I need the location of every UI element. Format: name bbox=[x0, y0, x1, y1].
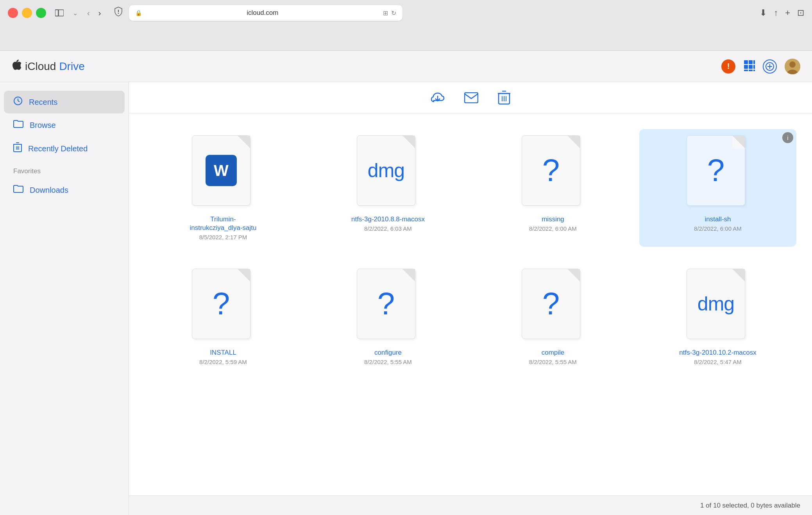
file-item[interactable]: W Trilumin-instrukcziya_dlya-sajtu 8/5/2… bbox=[145, 129, 302, 247]
file-type-label: ? bbox=[542, 288, 560, 319]
file-icon: ? bbox=[522, 135, 584, 210]
close-button[interactable] bbox=[8, 8, 18, 18]
drive-text: Drive bbox=[59, 60, 84, 73]
chevron-down-icon: ⌄ bbox=[73, 9, 78, 17]
files-grid: W Trilumin-instrukcziya_dlya-sajtu 8/5/2… bbox=[129, 113, 812, 495]
file-name: install-sh bbox=[705, 215, 731, 224]
browser-download-button[interactable]: ⬇ bbox=[760, 8, 767, 18]
status-bar: 1 of 10 selected, 0 bytes available bbox=[129, 495, 812, 515]
downloads-label: Downloads bbox=[30, 186, 68, 195]
svg-rect-1 bbox=[55, 10, 64, 16]
clock-icon bbox=[13, 96, 23, 108]
back-button[interactable]: ‹ bbox=[84, 7, 93, 19]
lock-icon: 🔒 bbox=[135, 10, 142, 16]
file-date: 8/2/2022, 6:00 AM bbox=[529, 225, 577, 232]
file-name: ntfs-3g-2010.10.2-macosx bbox=[679, 348, 757, 357]
email-action-button[interactable] bbox=[464, 92, 478, 103]
file-name: compile bbox=[542, 348, 565, 357]
file-page: ? bbox=[522, 269, 580, 339]
svg-rect-5 bbox=[744, 60, 748, 64]
file-item[interactable]: ? configure 8/2/2022, 5:55 AM bbox=[309, 262, 467, 371]
file-item[interactable]: ? compile 8/2/2022, 5:55 AM bbox=[474, 262, 631, 371]
apple-icon bbox=[12, 59, 22, 74]
minimize-button[interactable] bbox=[22, 8, 32, 18]
header-right: ! bbox=[721, 59, 800, 74]
favorites-section-label: Favorites bbox=[0, 161, 129, 178]
file-date: 8/2/2022, 6:03 AM bbox=[364, 225, 412, 232]
delete-action-button[interactable] bbox=[498, 91, 510, 105]
traffic-lights bbox=[8, 8, 46, 18]
file-name: configure bbox=[374, 348, 402, 357]
info-badge[interactable]: i bbox=[782, 132, 793, 143]
icloud-text: iCloud bbox=[25, 60, 56, 73]
refresh-icon[interactable]: ↻ bbox=[391, 9, 396, 17]
file-date: 8/2/2022, 5:55 AM bbox=[364, 359, 412, 365]
file-icon: W bbox=[192, 135, 254, 210]
word-icon: W bbox=[206, 155, 237, 186]
sidebar-item-browse[interactable]: Browse bbox=[4, 114, 125, 136]
svg-rect-11 bbox=[744, 70, 748, 71]
sidebar-item-downloads[interactable]: Downloads bbox=[4, 179, 125, 201]
address-bar[interactable]: 🔒 icloud.com ⊞ ↻ bbox=[129, 5, 402, 21]
svg-rect-9 bbox=[749, 65, 753, 69]
svg-rect-12 bbox=[749, 70, 753, 71]
file-page: dmg bbox=[357, 135, 415, 206]
svg-rect-10 bbox=[753, 65, 755, 69]
file-page: W bbox=[192, 135, 250, 206]
file-page: dmg bbox=[687, 269, 745, 339]
forward-button[interactable]: › bbox=[95, 7, 104, 19]
recents-label: Recents bbox=[29, 98, 57, 107]
svg-line-22 bbox=[18, 101, 20, 102]
browser-share-button[interactable]: ↑ bbox=[774, 8, 778, 18]
title-bar: ⌄ ‹ › 🔒 icloud.com ⊞ ↻ ⬇ ↑ + ⊡ bbox=[0, 0, 812, 26]
fullscreen-button[interactable] bbox=[36, 8, 46, 18]
download-action-button[interactable] bbox=[431, 91, 445, 105]
file-name: missing bbox=[542, 215, 564, 224]
file-page: ? bbox=[687, 135, 745, 206]
app-container: Recents Browse Recently Del bbox=[0, 51, 812, 515]
downloads-folder-icon bbox=[13, 185, 23, 196]
sidebar-toggle-button[interactable] bbox=[52, 8, 66, 18]
file-date: 8/2/2022, 5:59 AM bbox=[199, 359, 247, 365]
file-type-label: dmg bbox=[368, 161, 404, 180]
file-name: Trilumin-instrukcziya_dlya-sajtu bbox=[184, 215, 262, 232]
icloud-logo: iCloud Drive bbox=[12, 59, 85, 74]
svg-rect-6 bbox=[749, 60, 753, 64]
add-button[interactable] bbox=[763, 59, 777, 74]
sidebar-item-recents[interactable]: Recents bbox=[4, 91, 125, 113]
browser-toolbar-right: ⬇ ↑ + ⊡ bbox=[760, 8, 804, 18]
translate-icon[interactable]: ⊞ bbox=[383, 9, 388, 17]
file-page: ? bbox=[192, 269, 250, 339]
file-type-label: ? bbox=[377, 288, 395, 319]
file-item[interactable]: ? missing 8/2/2022, 6:00 AM bbox=[474, 129, 631, 247]
main-content: W Trilumin-instrukcziya_dlya-sajtu 8/5/2… bbox=[129, 82, 812, 515]
browser-tabs-button[interactable]: ⊡ bbox=[797, 8, 804, 18]
svg-rect-7 bbox=[753, 60, 755, 64]
sidebar-item-recently-deleted[interactable]: Recently Deleted bbox=[4, 137, 125, 160]
warning-badge[interactable]: ! bbox=[721, 59, 735, 74]
file-item[interactable]: dmg ntfs-3g-2010.8.8-macosx 8/2/2022, 6:… bbox=[309, 129, 467, 247]
file-type-label: ? bbox=[542, 155, 560, 186]
shield-icon bbox=[114, 7, 123, 19]
file-item-selected[interactable]: i ? install-sh 8/2/2022, 6:00 AM bbox=[639, 129, 796, 247]
avatar[interactable] bbox=[785, 59, 800, 74]
file-date: 8/2/2022, 5:47 AM bbox=[694, 359, 742, 365]
svg-rect-30 bbox=[465, 93, 478, 103]
file-date: 8/5/2022, 2:17 PM bbox=[199, 234, 247, 240]
file-name: INSTALL bbox=[210, 348, 236, 357]
file-item[interactable]: ? INSTALL 8/2/2022, 5:59 AM bbox=[145, 262, 302, 371]
grid-view-button[interactable] bbox=[743, 59, 755, 74]
nav-arrows: ‹ › bbox=[84, 7, 104, 19]
file-type-label: dmg bbox=[698, 294, 734, 314]
browse-label: Browse bbox=[30, 121, 56, 130]
file-icon: ? bbox=[687, 135, 749, 210]
app-header: iCloud Drive ! bbox=[0, 51, 812, 82]
svg-point-18 bbox=[789, 61, 796, 68]
file-item[interactable]: dmg ntfs-3g-2010.10.2-macosx 8/2/2022, 5… bbox=[639, 262, 796, 371]
file-date: 8/2/2022, 5:55 AM bbox=[529, 359, 577, 365]
browser-new-tab-button[interactable]: + bbox=[785, 8, 790, 18]
recently-deleted-label: Recently Deleted bbox=[28, 144, 88, 153]
svg-rect-8 bbox=[744, 65, 748, 69]
svg-rect-13 bbox=[753, 70, 755, 71]
file-page: ? bbox=[522, 135, 580, 206]
